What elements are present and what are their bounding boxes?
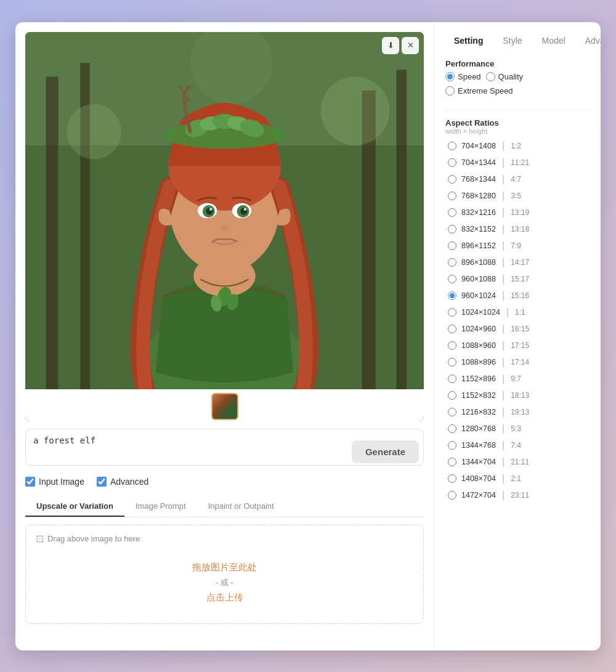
aspect-item[interactable]: 832×1152 | 13:18 <box>445 222 590 237</box>
right-tab-setting[interactable]: Setting <box>445 32 492 49</box>
aspect-radio-5[interactable] <box>448 225 456 233</box>
advanced-label: Advanced <box>110 477 148 487</box>
aspect-radio-6[interactable] <box>448 241 456 250</box>
aspect-separator: | <box>502 456 505 468</box>
aspect-item[interactable]: 960×1088 | 15:17 <box>445 272 590 286</box>
aspect-separator: | <box>502 190 505 201</box>
aspect-ratio-label: 1:1 <box>515 308 525 317</box>
aspect-item[interactable]: 1344×768 | 7:4 <box>445 438 590 453</box>
aspect-item[interactable]: 1280×768 | 5:3 <box>445 421 590 436</box>
aspect-item[interactable]: 832×1216 | 13:19 <box>445 205 590 220</box>
aspect-radio-9[interactable] <box>448 291 456 300</box>
aspect-ratio-label: 11:21 <box>511 158 529 167</box>
aspect-radio-3[interactable] <box>448 192 456 200</box>
aspect-separator: | <box>502 140 505 152</box>
aspect-ratio-label: 7:9 <box>511 241 521 250</box>
aspect-radio-1[interactable] <box>448 158 456 167</box>
aspect-radio-12[interactable] <box>448 341 456 350</box>
aspect-item[interactable]: 1472×704 | 23:11 <box>445 488 590 503</box>
generated-image <box>25 32 424 389</box>
svg-rect-2 <box>46 76 58 389</box>
upload-click-text: 点击上传 <box>206 592 243 604</box>
aspect-item[interactable]: 1024×960 | 16:15 <box>445 322 590 336</box>
extreme-label: Extreme Speed <box>458 86 513 95</box>
svg-point-26 <box>244 208 246 210</box>
aspect-radio-18[interactable] <box>448 441 456 450</box>
aspect-item[interactable]: 768×1280 | 3:5 <box>445 188 590 203</box>
image-area: ⬇ ✕ <box>25 32 424 421</box>
aspect-radio-10[interactable] <box>448 308 456 317</box>
aspect-dims: 960×1088 <box>461 275 496 283</box>
aspect-dims: 704×1408 <box>461 142 496 150</box>
aspect-ratio-label: 5:3 <box>511 424 521 433</box>
advanced-checkbox[interactable]: Advanced <box>97 477 148 487</box>
aspect-separator: | <box>502 357 505 368</box>
right-tab-style[interactable]: Style <box>494 32 530 49</box>
aspect-item[interactable]: 704×1408 | 1:2 <box>445 139 590 153</box>
aspect-radio-19[interactable] <box>448 458 456 466</box>
aspect-dims: 832×1152 <box>461 225 496 233</box>
aspect-radio-14[interactable] <box>448 374 456 383</box>
aspect-radio-4[interactable] <box>448 208 456 217</box>
input-image-check[interactable] <box>25 477 35 487</box>
aspect-separator: | <box>502 257 505 268</box>
aspect-radio-17[interactable] <box>448 424 456 433</box>
extreme-option[interactable]: Extreme Speed <box>445 86 513 95</box>
generate-button[interactable]: Generate <box>352 440 419 463</box>
aspect-radio-11[interactable] <box>448 325 456 333</box>
aspect-radio-2[interactable] <box>448 175 456 184</box>
aspect-radio-20[interactable] <box>448 474 456 483</box>
aspect-radio-7[interactable] <box>448 258 456 267</box>
speed-radio[interactable] <box>445 72 455 81</box>
aspect-radio-0[interactable] <box>448 142 456 150</box>
aspect-item[interactable]: 1152×832 | 18:13 <box>445 388 590 403</box>
aspect-radio-8[interactable] <box>448 275 456 283</box>
aspect-radio-15[interactable] <box>448 391 456 400</box>
speed-option[interactable]: Speed <box>445 72 481 81</box>
aspect-dims: 704×1344 <box>461 158 496 167</box>
right-tab-model[interactable]: Model <box>533 32 574 49</box>
extreme-radio[interactable] <box>445 86 455 95</box>
aspect-item[interactable]: 1088×896 | 17:14 <box>445 355 590 370</box>
aspect-item[interactable]: 1024×1024 | 1:1 <box>445 305 590 320</box>
aspect-item[interactable]: 1408×704 | 2:1 <box>445 471 590 486</box>
aspect-item[interactable]: 1152×896 | 9:7 <box>445 371 590 386</box>
right-tab-advanced[interactable]: Advanced <box>577 32 601 49</box>
tab-upscale[interactable]: Upscale or Variation <box>25 496 124 517</box>
quality-radio[interactable] <box>486 72 495 81</box>
aspect-item[interactable]: 1344×704 | 21:11 <box>445 455 590 469</box>
quality-option[interactable]: Quality <box>486 72 523 81</box>
aspect-ratios-section: Aspect Ratios width × height 704×1408 | … <box>445 118 590 503</box>
aspect-dims: 896×1152 <box>461 241 496 250</box>
tab-image-prompt[interactable]: Image Prompt <box>124 496 197 517</box>
aspect-ratio-label: 13:18 <box>511 225 529 233</box>
image-thumbnail[interactable] <box>211 393 238 420</box>
aspect-ratio-label: 17:14 <box>511 358 529 366</box>
input-image-checkbox[interactable]: Input Image <box>25 477 84 487</box>
tab-inpaint[interactable]: Inpaint or Outpaint <box>197 496 285 517</box>
download-button[interactable]: ⬇ <box>382 37 399 54</box>
close-button[interactable]: ✕ <box>402 37 419 54</box>
aspect-item[interactable]: 960×1024 | 15:16 <box>445 288 590 303</box>
divider-1 <box>445 109 590 110</box>
quality-label: Quality <box>498 72 523 81</box>
right-panel: Setting Style Model Advanced Performance… <box>434 22 601 650</box>
aspect-radio-16[interactable] <box>448 408 456 416</box>
aspect-separator: | <box>502 290 505 301</box>
aspect-item[interactable]: 1216×832 | 19:13 <box>445 405 590 419</box>
aspect-dims: 1472×704 <box>461 491 496 500</box>
aspect-ratio-label: 15:17 <box>511 275 529 283</box>
aspect-separator: | <box>502 240 505 251</box>
aspect-radio-21[interactable] <box>448 491 456 500</box>
aspect-item[interactable]: 896×1088 | 14:17 <box>445 255 590 270</box>
aspect-separator: | <box>502 323 505 334</box>
upload-area[interactable]: ⊡ Drag above image to here 拖放图片至此处 - 或 -… <box>25 525 424 624</box>
aspect-radio-13[interactable] <box>448 358 456 366</box>
aspect-item[interactable]: 704×1344 | 11:21 <box>445 155 590 170</box>
advanced-check[interactable] <box>97 477 107 487</box>
aspect-item[interactable]: 768×1344 | 4:7 <box>445 172 590 187</box>
aspect-separator: | <box>502 207 505 218</box>
aspect-item[interactable]: 896×1152 | 7:9 <box>445 238 590 253</box>
right-tabs: Setting Style Model Advanced <box>445 32 590 49</box>
aspect-item[interactable]: 1088×960 | 17:15 <box>445 338 590 353</box>
